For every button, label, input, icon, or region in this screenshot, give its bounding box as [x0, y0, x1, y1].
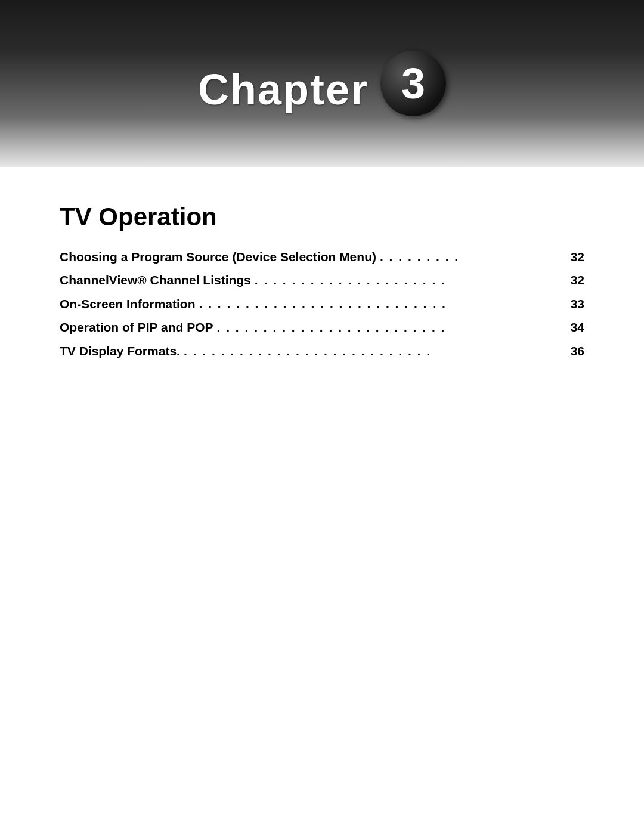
toc-item: Operation of PIP and POP . . . . . . . .… [60, 318, 584, 336]
toc-item-dots: . . . . . . . . . . . . . . . . . . . . … [199, 295, 567, 312]
toc-item-label: Operation of PIP and POP [60, 320, 213, 335]
toc-item-page: 36 [571, 344, 584, 358]
toc-item-dots: . . . . . . . . . . . . . . . . . . . . … [255, 271, 567, 289]
header-section: Chapter 3 [0, 0, 644, 167]
section-title: TV Operation [60, 203, 584, 231]
chapter-number-circle: 3 [380, 51, 446, 116]
chapter-label: Chapter [198, 65, 369, 114]
toc-item-page: 33 [571, 297, 584, 311]
toc-item: On-Screen Information . . . . . . . . . … [60, 295, 584, 312]
toc-item-label: ChannelView® Channel Listings [60, 273, 251, 287]
toc-item-page: 32 [571, 250, 584, 264]
toc-item-label: On-Screen Information [60, 297, 196, 311]
chapter-area: Chapter 3 [198, 57, 446, 122]
toc-item-page: 34 [571, 320, 584, 335]
toc-item: TV Display Formats. . . . . . . . . . . … [60, 342, 584, 360]
toc-item: ChannelView® Channel Listings . . . . . … [60, 271, 584, 289]
toc-item-label: TV Display Formats. [60, 344, 180, 358]
content-area: TV Operation Choosing a Program Source (… [0, 167, 644, 401]
page-wrapper: Chapter 3 TV Operation Choosing a Progra… [0, 0, 644, 401]
toc-item-dots: . . . . . . . . . [380, 248, 567, 265]
toc-item-dots: . . . . . . . . . . . . . . . . . . . . … [217, 318, 567, 336]
toc-item-dots: . . . . . . . . . . . . . . . . . . . . … [184, 342, 567, 360]
chapter-number: 3 [401, 59, 425, 108]
toc-item-page: 32 [571, 273, 584, 287]
toc-item-label: Choosing a Program Source (Device Select… [60, 250, 376, 264]
toc-list: Choosing a Program Source (Device Select… [60, 248, 584, 360]
toc-item: Choosing a Program Source (Device Select… [60, 248, 584, 265]
